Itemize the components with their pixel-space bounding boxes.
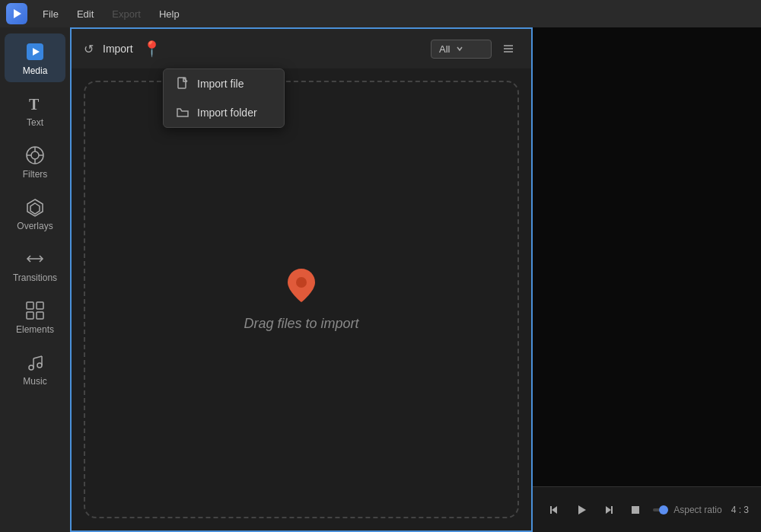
filter-value: All [439, 43, 450, 55]
svg-rect-29 [550, 506, 552, 514]
list-view-icon[interactable] [498, 38, 519, 59]
menu-edit[interactable]: Edit [69, 5, 101, 23]
sidebar-label-overlays: Overlays [17, 221, 53, 231]
sidebar-label-media: Media [23, 65, 48, 76]
aspect-ratio-value: 4 : 3 [731, 505, 749, 515]
svg-rect-13 [27, 302, 33, 309]
sidebar-item-filters[interactable]: Filters [5, 137, 65, 186]
right-panel: Aspect ratio 4 : 3 [533, 27, 761, 532]
stop-icon [630, 505, 641, 515]
refresh-icon: ↺ [84, 42, 94, 56]
svg-point-5 [31, 151, 39, 159]
import-folder-icon [176, 106, 189, 119]
main-area: Media T Text Filters [0, 27, 761, 532]
progress-track [653, 508, 664, 511]
menubar: File Edit Export Help [0, 0, 761, 27]
import-file-icon [176, 77, 189, 91]
panel-header: ↺ Import 📍 All [72, 29, 531, 68]
menu-export: Export [104, 5, 148, 23]
import-label: Import [103, 43, 133, 55]
svg-point-17 [29, 365, 33, 370]
progress-thumb [659, 505, 668, 514]
sidebar-label-text: Text [27, 117, 43, 128]
sidebar-item-elements[interactable]: Elements [5, 292, 65, 341]
filter-dropdown: All [431, 38, 519, 59]
svg-rect-32 [611, 506, 613, 514]
import-dropdown-menu: Import file Import folder [163, 68, 285, 128]
drop-zone-pin-icon [286, 267, 317, 304]
svg-rect-14 [37, 302, 43, 309]
aspect-ratio-label: Aspect ratio [673, 505, 721, 515]
preview-area [533, 27, 761, 486]
chevron-down-icon [456, 45, 463, 53]
sidebar-item-text[interactable]: T Text [5, 85, 65, 134]
prev-frame-icon [548, 504, 560, 516]
import-button[interactable]: Import [103, 43, 133, 55]
import-file-item[interactable]: Import file [164, 69, 284, 98]
sidebar-item-media[interactable]: Media [5, 33, 65, 82]
svg-rect-33 [632, 506, 639, 514]
playback-controls: Aspect ratio 4 : 3 [533, 486, 761, 532]
progress-bar[interactable] [653, 508, 664, 511]
svg-rect-15 [27, 312, 33, 319]
sidebar-item-music[interactable]: Music [5, 344, 65, 393]
drop-zone-text: Drag files to import [244, 316, 358, 332]
svg-line-21 [33, 356, 42, 358]
stop-button[interactable] [627, 502, 644, 518]
center-panel: ↺ Import 📍 All [70, 27, 533, 532]
play-button[interactable] [572, 501, 591, 519]
next-frame-button[interactable] [600, 501, 618, 519]
svg-point-27 [296, 277, 307, 288]
menu-file[interactable]: File [35, 5, 66, 23]
svg-marker-28 [552, 506, 557, 514]
sidebar-label-music: Music [23, 376, 46, 387]
import-file-label: Import file [197, 78, 244, 90]
sidebar-label-elements: Elements [16, 324, 54, 335]
next-frame-icon [603, 504, 615, 516]
svg-point-18 [37, 363, 42, 368]
svg-marker-30 [578, 505, 586, 514]
sidebar-item-transitions[interactable]: Transitions [5, 241, 65, 289]
svg-text:T: T [29, 96, 40, 113]
drop-zone[interactable]: Drag files to import [84, 81, 519, 518]
svg-marker-11 [30, 203, 40, 214]
sidebar-label-transitions: Transitions [13, 272, 57, 283]
sidebar-item-overlays[interactable]: Overlays [5, 189, 65, 237]
app-logo [6, 3, 27, 24]
svg-marker-0 [14, 9, 21, 18]
sidebar: Media T Text Filters [0, 27, 70, 532]
svg-rect-16 [37, 312, 43, 319]
prev-frame-button[interactable] [545, 501, 563, 519]
menu-help[interactable]: Help [151, 5, 187, 23]
sidebar-label-filters: Filters [23, 169, 48, 180]
filter-select[interactable]: All [431, 40, 492, 59]
import-folder-label: Import folder [197, 107, 257, 119]
pin-icon: 📍 [142, 40, 161, 58]
import-folder-item[interactable]: Import folder [164, 98, 284, 127]
svg-marker-31 [606, 506, 611, 514]
play-icon [575, 504, 587, 516]
